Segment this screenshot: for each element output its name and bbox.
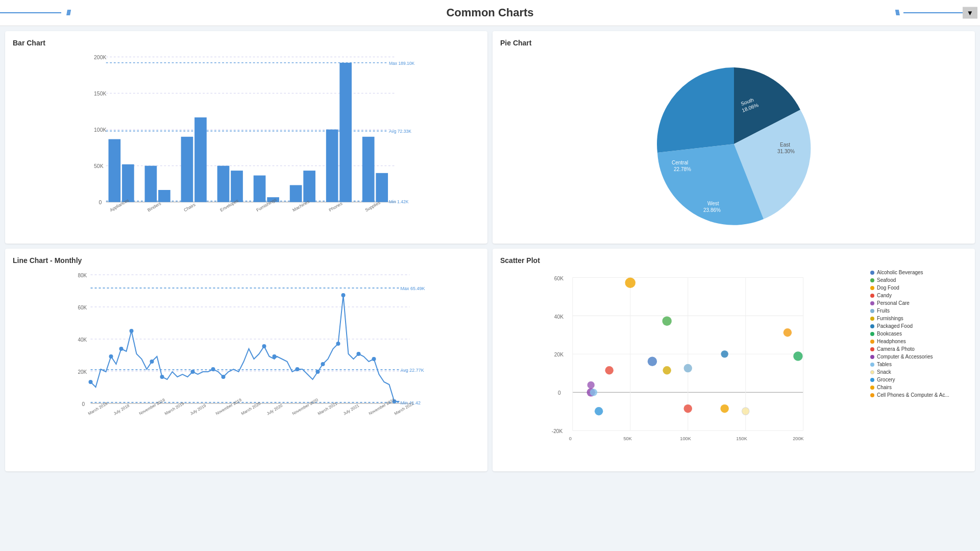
- legend-dot-snack: [870, 370, 874, 374]
- header-chevrons-left: / / / /: [66, 9, 69, 17]
- legend-label-personal-care: Personal Care: [877, 300, 910, 306]
- legend-dot-packaged-food: [870, 324, 874, 328]
- legend-dot-computer-acc: [870, 355, 874, 359]
- svg-text:20K: 20K: [78, 369, 87, 375]
- svg-text:Max 65.49K: Max 65.49K: [401, 286, 425, 291]
- legend-label-bookcases: Bookcases: [877, 331, 902, 337]
- legend-label-tables: Tables: [877, 362, 892, 367]
- legend-label-packaged-food: Packaged Food: [877, 323, 913, 329]
- legend-item-computer-acc: Computer & Accessories: [870, 354, 967, 360]
- svg-text:West: West: [707, 201, 719, 206]
- svg-rect-28: [326, 130, 338, 202]
- legend-dot-furnishings: [870, 317, 874, 321]
- legend-dot-dogfood: [870, 286, 874, 290]
- svg-point-79: [341, 293, 346, 297]
- legend-label-dogfood: Dog Food: [877, 285, 899, 291]
- svg-point-119: [605, 366, 614, 374]
- bar-chart-panel: Bar Chart 200K 150K 100K 50K 0 Max 189.1…: [5, 31, 487, 244]
- svg-text:50K: 50K: [623, 436, 632, 441]
- svg-text:November 2018: November 2018: [138, 397, 166, 416]
- legend-item-furnishings: Furnishings: [870, 316, 967, 321]
- svg-point-70: [191, 370, 195, 374]
- svg-point-77: [321, 362, 325, 366]
- legend-item-tables: Tables: [870, 362, 967, 367]
- svg-rect-20: [181, 137, 193, 202]
- svg-point-80: [357, 352, 361, 356]
- svg-point-69: [160, 375, 164, 379]
- legend-dot-tables: [870, 363, 874, 367]
- line-chart-title: Line Chart - Monthly: [13, 256, 480, 265]
- legend-dot-camera: [870, 347, 874, 351]
- legend-dot-fruits: [870, 309, 874, 313]
- svg-text:150K: 150K: [94, 91, 106, 97]
- scatter-chart-title: Scatter Plot: [500, 256, 967, 265]
- svg-text:Binders: Binders: [146, 201, 162, 212]
- svg-text:July 2019: July 2019: [189, 403, 207, 416]
- svg-point-126: [590, 389, 597, 396]
- svg-text:100K: 100K: [680, 436, 691, 441]
- bar-chart-title: Bar Chart: [13, 39, 480, 47]
- legend-label-candy: Candy: [877, 293, 892, 298]
- svg-point-117: [783, 328, 792, 337]
- legend-item-alcoholic: Alcoholic Beverages: [870, 270, 967, 275]
- legend-dot-candy: [870, 294, 874, 298]
- legend-item-fruits: Fruits: [870, 308, 967, 314]
- legend-label-chairs: Chairs: [877, 385, 892, 390]
- svg-text:November 2019: November 2019: [215, 397, 242, 416]
- legend-item-candy: Candy: [870, 293, 967, 298]
- scatter-plot-svg-area: 60K 40K 20K 0 -20K: [500, 270, 865, 464]
- legend-dot-seafood: [870, 278, 874, 282]
- page-title: Common Charts: [446, 6, 533, 19]
- svg-text:Max 189.10K: Max 189.10K: [389, 61, 414, 66]
- svg-text:50K: 50K: [94, 163, 104, 169]
- svg-text:-20K: -20K: [552, 428, 563, 434]
- svg-text:July 2020: July 2020: [266, 403, 284, 416]
- legend-item-dogfood: Dog Food: [870, 285, 967, 291]
- svg-point-127: [587, 381, 595, 389]
- svg-point-130: [742, 408, 749, 415]
- svg-text:60K: 60K: [554, 276, 564, 281]
- svg-point-66: [119, 347, 124, 351]
- svg-rect-24: [254, 176, 266, 202]
- svg-text:80K: 80K: [78, 273, 87, 278]
- legend-item-seafood: Seafood: [870, 277, 967, 283]
- svg-point-81: [372, 357, 376, 361]
- svg-point-71: [211, 367, 215, 371]
- svg-text:40K: 40K: [78, 337, 87, 343]
- legend-dot-chairs: [870, 386, 874, 390]
- svg-rect-21: [194, 117, 207, 202]
- svg-text:20K: 20K: [554, 352, 564, 357]
- svg-text:Avg 22.77K: Avg 22.77K: [401, 368, 424, 373]
- line-chart-area: 80K 60K 40K 20K 0 Max 65.49K Avg 22.77K …: [13, 270, 480, 433]
- legend-label-headphones: Headphones: [877, 339, 906, 344]
- scatter-legend: Alcoholic Beverages Seafood Dog Food Can…: [865, 270, 967, 464]
- dropdown-button[interactable]: ▼: [963, 7, 977, 19]
- line-chart-svg: 80K 60K 40K 20K 0 Max 65.49K Avg 22.77K …: [13, 270, 480, 433]
- legend-item-camera: Camera & Photo: [870, 346, 967, 352]
- header-chevrons-right: \ \ \ \: [895, 9, 898, 17]
- legend-label-snack: Snack: [877, 369, 891, 375]
- legend-label-seafood: Seafood: [877, 277, 896, 283]
- svg-text:0: 0: [569, 436, 572, 441]
- bar-chart-area: 200K 150K 100K 50K 0 Max 189.10K Avg 72.…: [13, 52, 480, 236]
- svg-point-118: [662, 316, 671, 325]
- line-chart-panel: Line Chart - Monthly 80K 60K 40K 20K 0 M…: [5, 249, 487, 471]
- svg-text:0: 0: [82, 401, 85, 407]
- svg-text:Avg 72.33K: Avg 72.33K: [389, 129, 411, 134]
- svg-rect-31: [376, 173, 388, 202]
- legend-item-headphones: Headphones: [870, 339, 967, 344]
- legend-item-packaged-food: Packaged Food: [870, 323, 967, 329]
- svg-text:200K: 200K: [793, 436, 804, 441]
- svg-point-123: [684, 364, 692, 372]
- svg-text:Chairs: Chairs: [183, 202, 196, 212]
- legend-label-alcoholic: Alcoholic Beverages: [877, 270, 923, 275]
- legend-item-grocery: Grocery: [870, 377, 967, 382]
- svg-text:Min 1.42K: Min 1.42K: [389, 199, 409, 204]
- svg-text:November 2020: November 2020: [291, 397, 319, 416]
- svg-rect-27: [303, 171, 315, 202]
- svg-rect-22: [217, 166, 230, 202]
- svg-point-128: [720, 404, 728, 413]
- svg-text:Central: Central: [672, 160, 688, 165]
- svg-point-116: [625, 277, 636, 288]
- svg-text:31.30%: 31.30%: [777, 149, 795, 154]
